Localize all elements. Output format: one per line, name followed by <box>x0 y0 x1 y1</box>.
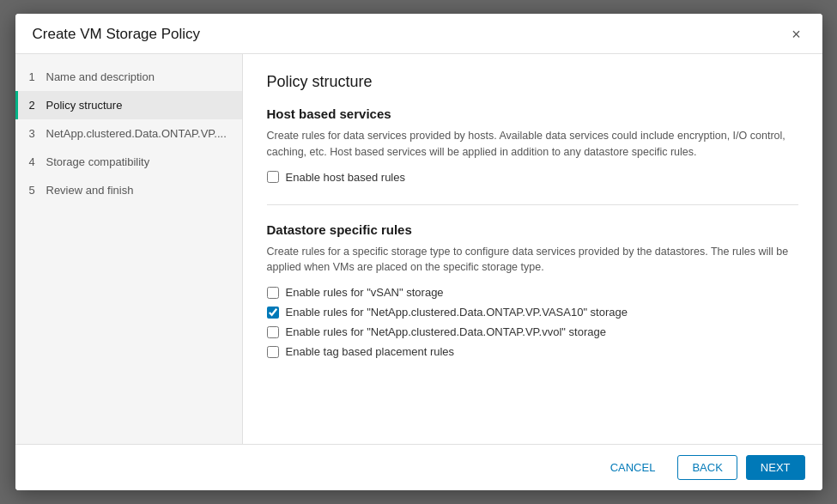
datastore-checkbox-row-2[interactable]: Enable rules for "NetApp.clustered.Data.… <box>267 306 798 319</box>
step-number: 4 <box>29 155 39 168</box>
next-button[interactable]: NEXT <box>746 455 805 480</box>
sidebar-item-label: NetApp.clustered.Data.ONTAP.VP.... <box>46 127 227 140</box>
sidebar-item-label: Storage compatibility <box>46 155 150 168</box>
sidebar-item-label: Policy structure <box>46 99 123 112</box>
step-number: 1 <box>29 70 39 83</box>
sidebar-item-step3[interactable]: 3NetApp.clustered.Data.ONTAP.VP.... <box>15 119 242 148</box>
datastore-checkbox-label-1: Enable rules for "vSAN" storage <box>286 286 444 299</box>
enable-host-based-rules-label: Enable host based rules <box>286 171 405 184</box>
datastore-checkbox-row-1[interactable]: Enable rules for "vSAN" storage <box>267 286 798 299</box>
sidebar-item-step2[interactable]: 2Policy structure <box>15 91 242 119</box>
datastore-section-title: Datastore specific rules <box>267 222 798 237</box>
datastore-checkbox-label-2: Enable rules for "NetApp.clustered.Data.… <box>286 306 628 319</box>
step-number: 5 <box>29 184 39 197</box>
section-divider <box>267 204 798 205</box>
sidebar-item-label: Review and finish <box>46 184 134 197</box>
sidebar-item-label: Name and description <box>46 70 155 83</box>
dialog-footer: CANCEL BACK NEXT <box>15 444 822 490</box>
back-button[interactable]: BACK <box>677 455 737 480</box>
datastore-checkbox-3[interactable] <box>267 326 279 338</box>
main-content: Policy structure Host based services Cre… <box>243 54 822 444</box>
datastore-specific-rules-section: Datastore specific rules Create rules fo… <box>267 222 798 359</box>
content-title: Policy structure <box>267 73 798 91</box>
datastore-checkbox-1[interactable] <box>267 287 279 299</box>
cancel-button[interactable]: CANCEL <box>597 456 670 479</box>
datastore-checkbox-label-3: Enable rules for "NetApp.clustered.Data.… <box>286 325 606 338</box>
dialog-header: Create VM Storage Policy × <box>15 14 822 54</box>
dialog-body: 1Name and description2Policy structure3N… <box>15 54 822 444</box>
host-section-title: Host based services <box>267 106 798 121</box>
enable-host-based-rules-row[interactable]: Enable host based rules <box>267 171 798 184</box>
enable-host-based-rules-checkbox[interactable] <box>267 171 279 183</box>
close-button[interactable]: × <box>788 26 805 43</box>
datastore-checkbox-2[interactable] <box>267 307 279 319</box>
step-number: 2 <box>29 99 39 112</box>
sidebar-item-step5[interactable]: 5Review and finish <box>15 176 242 204</box>
sidebar-item-step1[interactable]: 1Name and description <box>15 63 242 91</box>
datastore-checkboxes-container: Enable rules for "vSAN" storageEnable ru… <box>267 286 798 358</box>
datastore-checkbox-label-4: Enable tag based placement rules <box>286 345 455 358</box>
datastore-section-desc: Create rules for a specific storage type… <box>267 244 798 276</box>
sidebar: 1Name and description2Policy structure3N… <box>15 54 243 444</box>
sidebar-item-step4[interactable]: 4Storage compatibility <box>15 148 242 176</box>
dialog-title: Create VM Storage Policy <box>33 26 201 43</box>
host-based-services-section: Host based services Create rules for dat… <box>267 106 798 184</box>
host-section-desc: Create rules for data services provided … <box>267 128 798 161</box>
create-vm-storage-policy-dialog: Create VM Storage Policy × 1Name and des… <box>15 14 822 490</box>
datastore-checkbox-row-4[interactable]: Enable tag based placement rules <box>267 345 798 358</box>
datastore-checkbox-row-3[interactable]: Enable rules for "NetApp.clustered.Data.… <box>267 325 798 338</box>
step-number: 3 <box>29 127 39 140</box>
datastore-checkbox-4[interactable] <box>267 346 279 358</box>
